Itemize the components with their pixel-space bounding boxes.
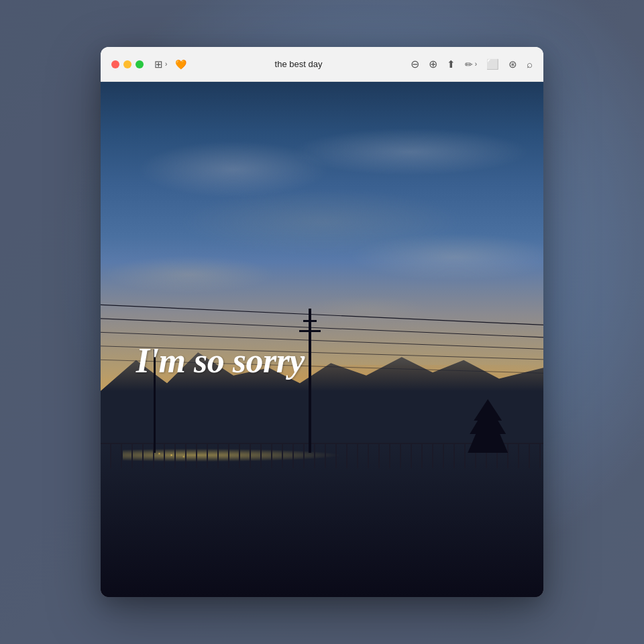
minimize-button[interactable] [123, 60, 131, 68]
utility-pole [309, 309, 311, 453]
pencil-icon: ✏ [465, 59, 473, 70]
edit-chevron-icon: › [475, 60, 477, 68]
traffic-lights [111, 60, 144, 68]
tab-favicon: 🧡 [175, 59, 186, 70]
maximize-button[interactable] [136, 60, 144, 68]
sidebar-icon: ⊞ [154, 58, 163, 70]
content-area: I'm so sorry [101, 82, 543, 597]
account-button[interactable]: ⊛ [508, 58, 517, 70]
share-button[interactable]: ⬆ [447, 58, 455, 70]
close-button[interactable] [111, 60, 119, 68]
chevron-down-icon: › [165, 60, 167, 68]
tab-title: the best day [195, 59, 402, 69]
desktop: ⊞ › 🧡 the best day ⊖ ⊕ ⬆ ✏ › ⬜ ⊛ ⌕ [0, 0, 644, 644]
search-button[interactable]: ⌕ [527, 58, 533, 70]
zoom-in-button[interactable]: ⊕ [429, 58, 437, 70]
browser-window: ⊞ › 🧡 the best day ⊖ ⊕ ⬆ ✏ › ⬜ ⊛ ⌕ [101, 47, 543, 597]
page-headline: I'm so sorry [136, 341, 305, 380]
sidebar-toggle-button[interactable]: ⊞ › [154, 58, 167, 70]
edit-button[interactable]: ✏ › [465, 59, 477, 70]
window-button[interactable]: ⬜ [486, 58, 499, 70]
zoom-out-button[interactable]: ⊖ [411, 58, 419, 70]
toolbar-controls: ⊖ ⊕ ⬆ ✏ › ⬜ ⊛ ⌕ [411, 58, 533, 70]
titlebar: ⊞ › 🧡 the best day ⊖ ⊕ ⬆ ✏ › ⬜ ⊛ ⌕ [101, 47, 543, 82]
